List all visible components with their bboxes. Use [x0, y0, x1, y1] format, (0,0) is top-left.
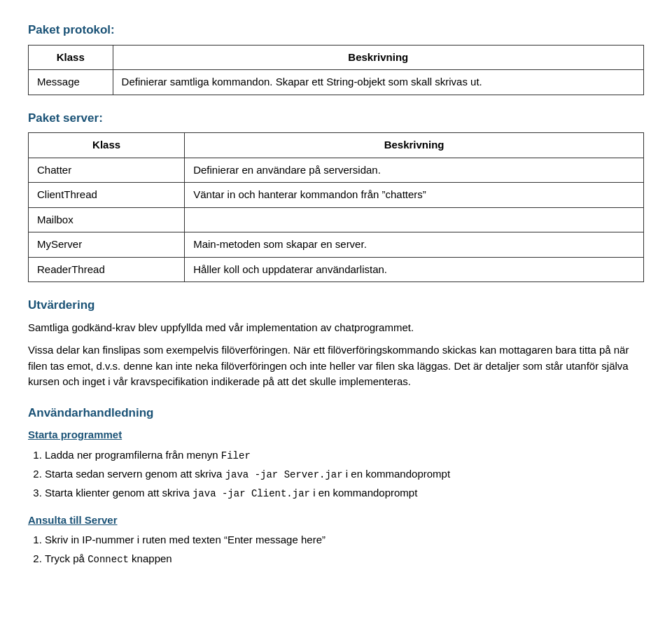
server-col-beskrivning-header: Beskrivning	[185, 133, 644, 158]
table-cell	[185, 207, 644, 232]
paragraph: Samtliga godkänd-krav blev uppfyllda med…	[28, 320, 644, 336]
inline-code: java -jar Server.jar	[225, 469, 343, 480]
table-row: ChatterDefinierar en användare på server…	[29, 158, 644, 183]
table-cell: Main-metoden som skapar en server.	[185, 232, 644, 258]
paket-protokol-title: Paket protokol:	[28, 21, 644, 39]
inline-code: java -jar Client.jar	[192, 488, 310, 499]
list-item: Tryck på Connect knappen	[45, 551, 644, 567]
anvandarhandledning-title: Användarhandledning	[28, 404, 644, 422]
starta-programmet-list: Ladda ner programfilerna från menyn File…	[45, 447, 644, 501]
col-klass-header: Klass	[29, 45, 113, 70]
ansulta-list: Skriv in IP-nummer i ruten med texten “E…	[45, 532, 644, 567]
table-cell: Håller koll och uppdaterar användarlista…	[185, 257, 644, 282]
paket-protokol-section: Paket protokol: Klass Beskrivning Messag…	[28, 21, 644, 95]
starta-programmet-section: Starta programmet Ladda ner programfiler…	[28, 427, 644, 501]
server-col-klass-header: Klass	[29, 133, 185, 158]
anvandarhandledning-section: Användarhandledning Starta programmet La…	[28, 404, 644, 567]
table-cell: Message	[29, 70, 113, 95]
table-cell: Mailbox	[29, 207, 185, 232]
paket-protokol-table: Klass Beskrivning MessageDefinierar samt…	[28, 45, 644, 95]
server-table-header-row: Klass Beskrivning	[29, 133, 644, 158]
starta-programmet-subtitle: Starta programmet	[28, 427, 644, 443]
table-cell: Chatter	[29, 158, 185, 183]
table-row: MyServerMain-metoden som skapar en serve…	[29, 232, 644, 258]
table-row: MessageDefinierar samtliga kommandon. Sk…	[29, 70, 644, 95]
table-cell: MyServer	[29, 232, 185, 258]
paragraph: Vissa delar kan finslipas som exempelvis…	[28, 342, 644, 390]
table-cell: Väntar in och hanterar kommandon från ”c…	[185, 183, 644, 208]
list-item: Starta klienter genom att skriva java -j…	[45, 485, 644, 501]
table-cell: Definierar samtliga kommandon. Skapar et…	[113, 70, 643, 95]
table-cell: ReaderThread	[29, 257, 185, 282]
utvardering-title: Utvärdering	[28, 296, 644, 314]
paket-server-section: Paket server: Klass Beskrivning ChatterD…	[28, 109, 644, 283]
list-item: Ladda ner programfilerna från menyn File…	[45, 447, 644, 464]
inline-code: Filer	[221, 450, 251, 461]
inline-code: Connect	[88, 554, 129, 565]
list-item: Starta sedan servern genom att skriva ja…	[45, 466, 644, 482]
col-beskrivning-header: Beskrivning	[113, 45, 643, 70]
table-header-row: Klass Beskrivning	[29, 45, 644, 70]
table-row: ReaderThreadHåller koll och uppdaterar a…	[29, 257, 644, 282]
table-cell: Definierar en användare på serversidan.	[185, 158, 644, 183]
utvardering-section: Utvärdering Samtliga godkänd-krav blev u…	[28, 296, 644, 390]
list-item: Skriv in IP-nummer i ruten med texten “E…	[45, 532, 644, 548]
ansulta-subtitle: Ansulta till Server	[28, 513, 644, 529]
table-row: Mailbox	[29, 207, 644, 232]
ansulta-till-server-section: Ansulta till Server Skriv in IP-nummer i…	[28, 513, 644, 567]
table-row: ClientThreadVäntar in och hanterar komma…	[29, 183, 644, 208]
table-cell: ClientThread	[29, 183, 185, 208]
paket-server-table: Klass Beskrivning ChatterDefinierar en a…	[28, 132, 644, 282]
paket-server-title: Paket server:	[28, 109, 644, 127]
